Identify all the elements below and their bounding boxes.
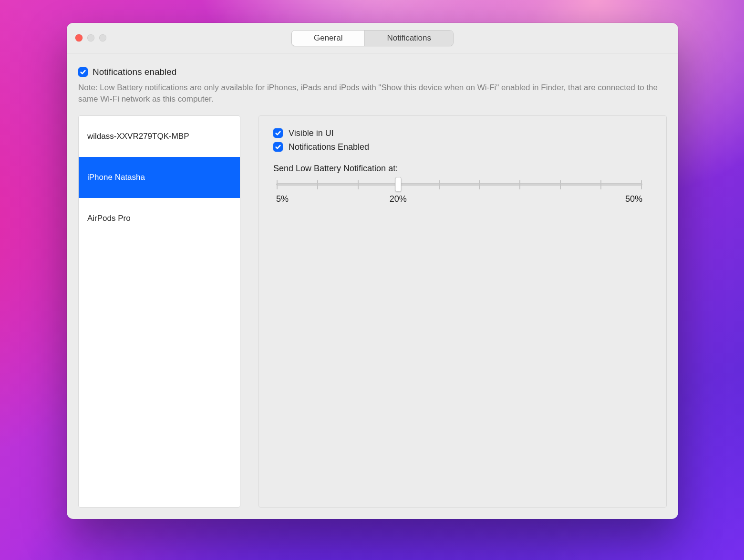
slider-min-label: 5%	[276, 194, 289, 204]
list-item[interactable]: wildass-XXVR279TQK-MBP	[79, 116, 240, 157]
close-window-button[interactable]	[75, 34, 83, 41]
slider-title: Send Low Battery Notification at:	[273, 164, 645, 174]
slider-max-label: 50%	[625, 194, 642, 204]
visible-in-ui-label: Visible in UI	[289, 128, 334, 138]
low-battery-slider[interactable]: 5% 20% 50%	[273, 183, 645, 206]
tab-switcher: General Notifications	[291, 30, 454, 46]
device-notifications-label: Notifications Enabled	[289, 142, 369, 152]
visible-in-ui-checkbox[interactable]	[273, 128, 283, 138]
tab-notifications[interactable]: Notifications	[364, 31, 453, 46]
titlebar: General Notifications	[67, 23, 678, 53]
content-area: Notifications enabled Note: Low Battery …	[67, 53, 678, 519]
tab-general[interactable]: General	[292, 31, 364, 46]
checkmark-icon	[275, 130, 281, 136]
notifications-enabled-checkbox[interactable]	[78, 67, 88, 77]
list-item[interactable]: AirPods Pro	[79, 198, 240, 239]
minimize-window-button[interactable]	[87, 34, 94, 41]
slider-mid-label: 20%	[390, 194, 407, 204]
checkmark-icon	[80, 69, 86, 75]
slider-thumb[interactable]	[395, 177, 402, 192]
device-list[interactable]: wildass-XXVR279TQK-MBP iPhone Natasha Ai…	[78, 115, 240, 508]
device-notifications-checkbox[interactable]	[273, 142, 283, 152]
low-battery-note: Note: Low Battery notifications are only…	[78, 82, 667, 105]
traffic-lights	[75, 34, 106, 41]
zoom-window-button[interactable]	[99, 34, 106, 41]
list-item[interactable]: iPhone Natasha	[79, 157, 240, 198]
device-detail-panel: Visible in UI Notifications Enabled Send…	[258, 115, 667, 508]
preferences-window: General Notifications Notifications enab…	[67, 23, 678, 519]
checkmark-icon	[275, 144, 281, 150]
notifications-enabled-label: Notifications enabled	[93, 67, 176, 77]
slider-track	[276, 183, 642, 186]
